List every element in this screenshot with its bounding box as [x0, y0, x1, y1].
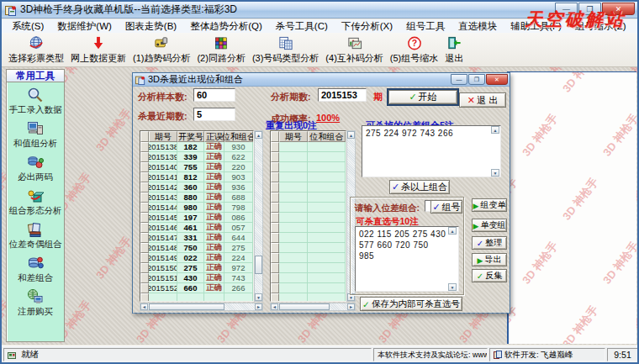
sidebar-item-3[interactable]: 组合形态分析 [7, 187, 64, 217]
direct-kill-vscroll[interactable]: ▲ ▼ [448, 227, 457, 291]
table-row[interactable] [271, 263, 346, 273]
table-row[interactable] [271, 253, 346, 263]
dialog-close-button[interactable]: ✕ [486, 74, 508, 85]
side-button-2[interactable]: ✓整理 [472, 236, 507, 250]
column-header[interactable]: 位和组合 [224, 131, 253, 142]
dialog-icon [135, 75, 145, 85]
save-button[interactable]: ✓保存为内部可杀直选号 [360, 297, 462, 311]
table-row[interactable]: 2015145197正确086 [140, 213, 253, 223]
column-header[interactable]: 期号 [279, 131, 308, 142]
toolbar-button-3[interactable]: (2)同路分析 [193, 34, 248, 66]
killable-combos-vscroll[interactable]: ▲ ▼ [491, 126, 500, 177]
toolbar-button-4[interactable]: (3)号码类型分析 [249, 34, 322, 66]
table-row[interactable] [271, 293, 346, 302]
side-button-label: 导出 [484, 254, 501, 266]
sidebar-item-1[interactable]: 和值组分析 [7, 120, 64, 150]
table-row[interactable] [271, 223, 346, 233]
sidebar-item-0[interactable]: 手工录入数据 [7, 87, 64, 116]
menu-item-1[interactable]: 数据维护(W) [50, 20, 119, 33]
sidebar-item-5[interactable]: 和差组合 [7, 255, 64, 284]
sample-count-input[interactable] [193, 88, 235, 102]
status-forum-text: 本软件技术支持及实战论坛: www.3dsos.com [378, 350, 488, 361]
table-row[interactable]: 2015150275正确972 [140, 263, 253, 273]
menu-item-3[interactable]: 整体趋势分析(Q) [183, 20, 269, 33]
table-row[interactable]: 2015139339正确622 [140, 152, 253, 162]
history-table-hscroll[interactable]: ◄ ► [140, 303, 263, 311]
dialog-minimize-button[interactable]: — [451, 74, 467, 85]
dialog-maximize-button[interactable]: ❐ [468, 74, 485, 85]
table-row[interactable] [271, 203, 346, 213]
side-button-3[interactable]: ▶导出 [472, 253, 507, 266]
table-row[interactable]: 2015144980正确798 [140, 203, 253, 213]
toolbar-button-6[interactable]: ?(5)组号缩水 [387, 34, 441, 66]
table-row[interactable]: 2015151430正确743 [140, 273, 253, 283]
watermark-text: 3D 神枪手 [599, 239, 636, 288]
toolbar-button-2[interactable]: (1)趋势码分析 [129, 34, 193, 66]
duplicate-table-hscroll[interactable]: ◄ ► [270, 303, 356, 311]
side-button-0[interactable]: ▶组变单 [472, 198, 507, 212]
table-row[interactable] [271, 172, 346, 182]
table-row[interactable]: 2015149022正确224 [140, 253, 253, 263]
table-row[interactable] [271, 152, 346, 162]
table-row[interactable] [271, 213, 346, 223]
table-cell [308, 142, 346, 152]
table-row[interactable]: 2015142360正确936 [140, 182, 253, 193]
start-button[interactable]: ✓开始 [388, 90, 457, 104]
table-cell: 755 [177, 162, 204, 172]
exit-icon [446, 35, 462, 51]
watermark-text: 3D 神枪手 [559, 175, 602, 224]
sidebar-item-6[interactable]: 注册购买 [7, 288, 64, 318]
menu-item-5[interactable]: 下传分析(X) [335, 20, 399, 33]
table-row[interactable] [271, 182, 346, 193]
table-row[interactable]: 2015140755正确220 [140, 162, 253, 172]
side-button-1[interactable]: ▶单变组 [472, 219, 507, 232]
status-ready-text: 就绪 [21, 349, 39, 361]
exit-button[interactable]: ✕退 出 [459, 92, 506, 108]
sidebar-item-2[interactable]: 必出两码 [7, 154, 64, 183]
table-row[interactable]: 2015141812正确903 [140, 172, 253, 182]
table-row[interactable] [271, 243, 346, 253]
sidebar-item-4[interactable]: 位差奇偶组合 [7, 221, 64, 251]
menu-item-10[interactable]: 帮助(H) [633, 20, 639, 33]
menu-item-0[interactable]: 系统(S) [5, 20, 50, 33]
column-header[interactable]: 位和组合 [308, 131, 346, 142]
menu-item-6[interactable]: 组号工具 [399, 20, 452, 33]
workspace: 3D 神枪手3D 神枪手3D 神枪手3D 神枪手3D 神枪手3D 神枪手3D 神… [2, 67, 637, 345]
menu-item-2[interactable]: 图表走势(B) [119, 20, 183, 33]
table-row[interactable] [271, 142, 346, 152]
period-input[interactable] [318, 88, 367, 102]
toolbar-button-5[interactable]: (4)互补码分析 [322, 34, 386, 66]
table-row[interactable]: 2015147331正确644 [140, 233, 253, 243]
table-cell: 正确 [204, 283, 224, 293]
question-icon: ? [406, 35, 423, 51]
history-table-vscroll[interactable]: ▲ ▼ [254, 130, 263, 302]
table-row[interactable] [271, 233, 346, 243]
table-cell [308, 203, 346, 213]
group-number-button[interactable]: ✓组号 [430, 200, 462, 214]
table-row[interactable] [271, 283, 346, 293]
side-button-4[interactable]: ✓反集 [472, 269, 507, 282]
menu-item-7[interactable]: 直选模块 [452, 20, 504, 33]
table-row[interactable]: 2015152660正确266 [140, 283, 253, 293]
table-row[interactable] [271, 193, 346, 203]
table-row[interactable] [271, 162, 346, 172]
table-row[interactable] [140, 293, 253, 302]
table-row[interactable] [271, 273, 346, 283]
table-cell: 正确 [204, 162, 224, 172]
column-header[interactable]: 开奖号 [177, 131, 204, 142]
kill-combos-button[interactable]: ✓杀以上组合 [389, 180, 450, 194]
table-row[interactable]: 2015138182正确930 [140, 142, 253, 152]
table-cell [279, 203, 308, 213]
toolbar-button-1[interactable]: 网上数据更新 [67, 34, 129, 66]
table-row[interactable]: 2015143880正确688 [140, 193, 253, 203]
direct-kill-textarea[interactable]: 022 115 205 275 430 577 660 720 750 985 [355, 226, 459, 292]
column-header[interactable]: 期号 [149, 131, 177, 142]
toolbar-button-0[interactable]: 选择彩票类型 [5, 34, 67, 66]
menu-item-4[interactable]: 杀号工具(C) [269, 20, 335, 33]
killable-combos-textarea[interactable]: 275 224 972 743 266 [362, 125, 501, 177]
watermark-text: 3D 神枪手 [559, 303, 602, 344]
recent-count-input[interactable] [193, 108, 235, 121]
table-row[interactable]: 2015146461正确057 [140, 223, 253, 233]
toolbar-button-7[interactable]: 退出 [441, 34, 467, 66]
table-row[interactable]: 2015148750正确275 [140, 243, 253, 253]
